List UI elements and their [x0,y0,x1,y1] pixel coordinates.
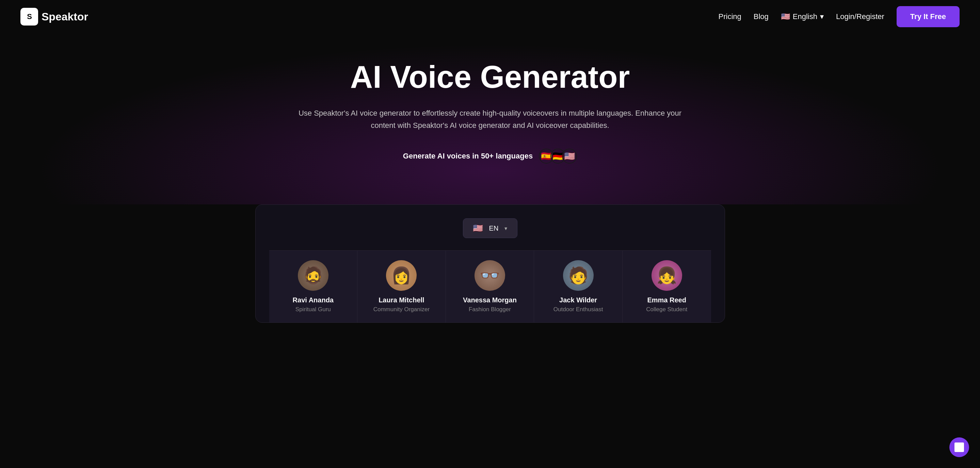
nav-links: Pricing Blog 🇺🇸 English ▾ Login/Register… [719,6,959,27]
voice-card-emma-reed[interactable]: 👧 Emma Reed College Student [623,250,711,322]
preview-wrapper: 🇺🇸 EN ▾ 🧔 Ravi Ananda Spiritual Guru 👩 L… [0,205,980,323]
dropdown-label: EN [489,224,499,232]
voice-name: Emma Reed [629,296,704,304]
navbar: S Speaktor Pricing Blog 🇺🇸 English ▾ Log… [0,0,980,33]
login-register-link[interactable]: Login/Register [836,12,885,21]
language-dropdown[interactable]: 🇺🇸 EN ▾ [463,218,517,238]
language-label: English [793,12,817,21]
voice-role: Spiritual Guru [276,306,351,313]
voice-name: Jack Wilder [541,296,616,304]
preview-card: 🇺🇸 EN ▾ 🧔 Ravi Ananda Spiritual Guru 👩 L… [255,205,725,323]
logo[interactable]: S Speaktor [21,8,88,25]
pricing-link[interactable]: Pricing [719,12,741,21]
try-it-free-button[interactable]: Try It Free [897,6,959,27]
logo-icon: S [21,8,38,25]
avatar-emoji: 🧑 [563,260,593,291]
us-flag-icon: 🇺🇸 [781,12,790,21]
voice-name: Vanessa Morgan [453,296,527,304]
voice-role: Fashion Blogger [453,306,527,313]
hero-description: Use Speaktor's AI voice generator to eff… [286,107,694,132]
voices-grid: 🧔 Ravi Ananda Spiritual Guru 👩 Laura Mit… [269,250,711,322]
flag-group: 🇪🇸 🇩🇪 🇺🇸 [539,149,577,163]
flag-us-icon: 🇺🇸 [562,149,577,163]
voice-avatar: 👓 [474,260,505,291]
voice-avatar: 👧 [652,260,682,291]
avatar-emoji: 👧 [652,260,682,291]
voice-name: Ravi Ananda [276,296,351,304]
dropdown-flag-icon: 🇺🇸 [473,224,483,233]
hero-heading: AI Voice Generator [21,60,959,94]
voice-name: Laura Mitchell [364,296,439,304]
voice-avatar: 👩 [386,260,417,291]
avatar-emoji: 👓 [474,260,505,291]
dropdown-chevron-icon: ▾ [504,225,507,232]
voice-avatar: 🧔 [298,260,328,291]
voice-role: College Student [629,306,704,313]
chat-icon [955,443,964,452]
languages-text: Generate AI voices in 50+ languages [403,152,533,160]
voice-avatar: 🧑 [563,260,593,291]
voice-card-laura-mitchell[interactable]: 👩 Laura Mitchell Community Organizer [357,250,446,322]
voice-card-vanessa-morgan[interactable]: 👓 Vanessa Morgan Fashion Blogger [446,250,535,322]
chevron-down-icon: ▾ [820,12,824,21]
blog-link[interactable]: Blog [754,12,768,21]
voice-role: Community Organizer [364,306,439,313]
avatar-emoji: 🧔 [298,260,328,291]
hero-section: AI Voice Generator Use Speaktor's AI voi… [0,33,980,205]
voice-role: Outdoor Enthusiast [541,306,616,313]
voice-card-ravi-ananda[interactable]: 🧔 Ravi Ananda Spiritual Guru [269,250,358,322]
languages-row: Generate AI voices in 50+ languages 🇪🇸 🇩… [21,149,959,163]
voice-card-jack-wilder[interactable]: 🧑 Jack Wilder Outdoor Enthusiast [534,250,623,322]
language-dropdown-wrapper: 🇺🇸 EN ▾ [269,218,711,238]
language-selector[interactable]: 🇺🇸 English ▾ [781,12,824,21]
avatar-emoji: 👩 [386,260,417,291]
chat-bubble-button[interactable] [949,437,969,457]
logo-name: Speaktor [41,11,88,23]
